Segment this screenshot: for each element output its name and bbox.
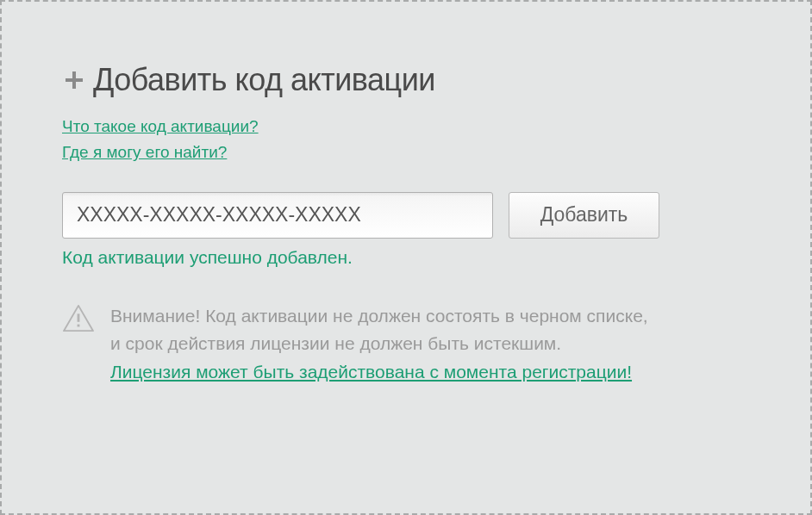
add-button[interactable]: Добавить	[509, 192, 659, 239]
panel-container: Добавить код активации Что такое код акт…	[0, 0, 812, 515]
title-row: Добавить код активации	[62, 62, 750, 98]
svg-rect-2	[78, 313, 80, 321]
activation-code-input[interactable]	[62, 192, 493, 239]
warning-license-link[interactable]: Лицензия может быть задействована с моме…	[110, 358, 750, 387]
svg-rect-3	[78, 324, 80, 326]
help-link-what-is-code[interactable]: Что такое код активации?	[62, 114, 750, 140]
warning-row: Внимание! Код активации не должен состоя…	[62, 302, 750, 387]
plus-icon	[62, 68, 86, 92]
warning-line-2: и срок действия лицензии не должен быть …	[110, 330, 750, 358]
content-area: Добавить код активации Что такое код акт…	[2, 2, 810, 420]
success-message: Код активации успешно добавлен.	[62, 247, 750, 268]
help-link-where-find[interactable]: Где я могу его найти?	[62, 140, 750, 165]
input-row: Добавить	[62, 192, 750, 239]
page-title: Добавить код активации	[93, 62, 435, 98]
warning-icon	[62, 304, 95, 337]
warning-text: Внимание! Код активации не должен состоя…	[110, 302, 750, 387]
svg-rect-1	[66, 78, 83, 82]
help-links: Что такое код активации? Где я могу его …	[62, 114, 750, 166]
warning-line-1: Внимание! Код активации не должен состоя…	[110, 302, 750, 331]
